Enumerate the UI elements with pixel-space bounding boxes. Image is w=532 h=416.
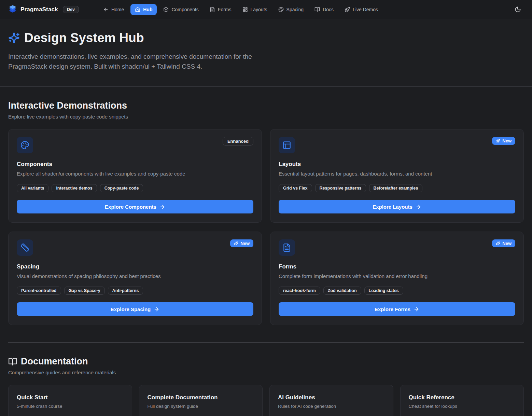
nav-item-layouts[interactable]: Layouts bbox=[238, 4, 272, 15]
card-title: Complete Documentation bbox=[148, 394, 254, 401]
card-description: 5-minute crash course bbox=[17, 404, 124, 409]
file-text-icon bbox=[279, 239, 295, 256]
rocket-icon bbox=[345, 7, 350, 12]
brand-name: PragmaStack bbox=[20, 6, 58, 13]
hero: Design System Hub Interactive demonstrat… bbox=[0, 19, 532, 87]
tag: Anti-patterns bbox=[108, 287, 143, 295]
tag: Copy-paste code bbox=[100, 184, 143, 192]
demo-card-spacing: New Spacing Visual demonstrations of spa… bbox=[8, 232, 262, 325]
arrow-left-icon bbox=[103, 7, 109, 12]
file-text-icon bbox=[210, 7, 215, 12]
tag: Gap vs Space-y bbox=[64, 287, 105, 295]
arrow-right-icon bbox=[154, 306, 159, 312]
demos-section-header: Interactive Demonstrations Explore live … bbox=[8, 100, 524, 120]
tag-row: Parent-controlled Gap vs Space-y Anti-pa… bbox=[17, 287, 253, 295]
sparkles-icon bbox=[496, 139, 500, 143]
demo-card-forms: New Forms Complete form implementations … bbox=[270, 232, 524, 325]
demos-subheading: Explore live examples with copy-paste co… bbox=[8, 114, 524, 120]
explore-layouts-button[interactable]: Explore Layouts bbox=[279, 200, 515, 213]
tag: Loading states bbox=[364, 287, 403, 295]
tag-row: Grid vs Flex Responsive patterns Before/… bbox=[279, 184, 515, 192]
documentation-subheading: Comprehensive guides and reference mater… bbox=[8, 370, 524, 375]
explore-forms-button[interactable]: Explore Forms bbox=[279, 302, 515, 316]
brand[interactable]: PragmaStack Dev bbox=[8, 4, 79, 15]
page-title: Design System Hub bbox=[24, 31, 144, 45]
tag: Zod validation bbox=[323, 287, 361, 295]
layout-dashboard-icon bbox=[242, 7, 248, 12]
env-badge: Dev bbox=[63, 6, 79, 13]
palette-icon bbox=[278, 7, 284, 12]
card-description: Visual demonstrations of spacing philoso… bbox=[17, 273, 253, 279]
sparkles-icon bbox=[496, 241, 500, 246]
main-nav: Home Hub Components Forms Layouts Spacin… bbox=[99, 4, 382, 15]
demo-card-layouts: New Layouts Essential layout patterns fo… bbox=[270, 129, 524, 223]
book-open-icon bbox=[8, 357, 17, 366]
new-badge: New bbox=[492, 137, 515, 145]
box-icon bbox=[163, 7, 169, 12]
tag: Responsive patterns bbox=[315, 184, 366, 192]
card-description: Cheat sheet for lookups bbox=[409, 404, 516, 409]
house-icon bbox=[135, 7, 140, 12]
tag: react-hook-form bbox=[279, 287, 320, 295]
card-title: Spacing bbox=[17, 263, 253, 270]
new-badge: New bbox=[230, 239, 253, 247]
tag: Before/after examples bbox=[369, 184, 423, 192]
tag-row: react-hook-form Zod validation Loading s… bbox=[279, 287, 515, 295]
card-title: Components bbox=[17, 161, 253, 168]
documentation-heading: Documentation bbox=[21, 356, 88, 367]
tag-row: All variants Interactive demos Copy-past… bbox=[17, 184, 253, 192]
card-description: Essential layout patterns for pages, das… bbox=[279, 171, 515, 177]
card-description: Explore all shadcn/ui components with li… bbox=[17, 171, 253, 177]
palette-icon bbox=[17, 137, 33, 153]
theme-toggle-button[interactable] bbox=[512, 3, 524, 15]
nav-item-live-demos[interactable]: Live Demos bbox=[340, 4, 382, 15]
demos-heading: Interactive Demonstrations bbox=[8, 100, 127, 111]
nav-item-forms[interactable]: Forms bbox=[205, 4, 236, 15]
moon-icon bbox=[515, 6, 521, 13]
doc-card-grid: Quick Start 5-minute crash course Comple… bbox=[8, 385, 524, 416]
navbar: PragmaStack Dev Home Hub Components Form… bbox=[0, 0, 532, 19]
demo-card-components: Enhanced Components Explore all shadcn/u… bbox=[8, 129, 262, 223]
main-content: Interactive Demonstrations Explore live … bbox=[0, 100, 532, 416]
card-title: Quick Reference bbox=[409, 394, 516, 401]
card-description: Complete form implementations with valid… bbox=[279, 273, 515, 279]
doc-card-quick-reference[interactable]: Quick Reference Cheat sheet for lookups bbox=[400, 385, 524, 416]
nav-item-spacing[interactable]: Spacing bbox=[274, 4, 308, 15]
nav-item-home[interactable]: Home bbox=[99, 4, 128, 15]
layers-icon bbox=[8, 4, 17, 15]
status-badge: Enhanced bbox=[223, 137, 253, 145]
arrow-right-icon bbox=[414, 306, 419, 312]
arrow-right-icon bbox=[159, 204, 165, 210]
panels-top-left-icon bbox=[279, 137, 295, 153]
card-title: AI Guidelines bbox=[278, 394, 385, 401]
nav-item-components[interactable]: Components bbox=[159, 4, 203, 15]
book-open-icon bbox=[314, 7, 320, 12]
nav-item-docs[interactable]: Docs bbox=[310, 4, 338, 15]
card-title: Forms bbox=[279, 263, 515, 270]
ruler-icon bbox=[17, 239, 33, 256]
tag: Interactive demos bbox=[52, 184, 97, 192]
doc-card-ai-guidelines[interactable]: AI Guidelines Rules for AI code generati… bbox=[269, 385, 393, 416]
new-badge: New bbox=[492, 239, 515, 247]
doc-card-complete-documentation[interactable]: Complete Documentation Full design syste… bbox=[139, 385, 263, 416]
doc-card-quick-start[interactable]: Quick Start 5-minute crash course bbox=[8, 385, 132, 416]
section-divider bbox=[8, 342, 524, 343]
nav-item-hub[interactable]: Hub bbox=[130, 4, 157, 15]
demo-card-grid: Enhanced Components Explore all shadcn/u… bbox=[8, 129, 524, 325]
page-description: Interactive demonstrations, live example… bbox=[8, 52, 263, 71]
card-description: Rules for AI code generation bbox=[278, 404, 385, 409]
documentation-section-header: Documentation Comprehensive guides and r… bbox=[8, 356, 524, 375]
explore-spacing-button[interactable]: Explore Spacing bbox=[17, 302, 253, 316]
tag: Grid vs Flex bbox=[279, 184, 312, 192]
tag: Parent-controlled bbox=[17, 287, 61, 295]
explore-components-button[interactable]: Explore Components bbox=[17, 200, 253, 213]
tag: All variants bbox=[17, 184, 48, 192]
card-title: Quick Start bbox=[17, 394, 124, 401]
sparkles-icon bbox=[234, 241, 238, 246]
card-title: Layouts bbox=[279, 161, 515, 168]
sparkles-icon bbox=[8, 32, 20, 44]
card-description: Full design system guide bbox=[148, 404, 254, 409]
arrow-right-icon bbox=[416, 204, 421, 210]
